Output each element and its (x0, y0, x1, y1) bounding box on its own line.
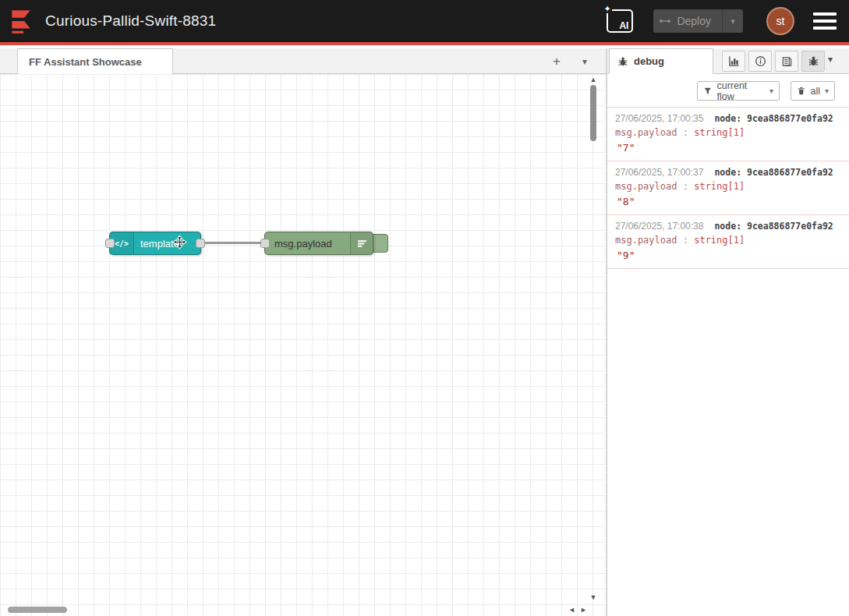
chevron-down-icon: ▾ (828, 54, 833, 65)
debug-node-label: msg.payload (265, 232, 350, 254)
message-path: msg.payload : string[1] (615, 235, 841, 246)
message-value: "8" (615, 196, 841, 207)
trash-icon (797, 86, 805, 96)
scroll-down-arrow[interactable]: ▼ (586, 593, 600, 601)
add-flow-button[interactable]: + (546, 51, 568, 71)
message-value: "7" (615, 142, 841, 154)
app-logo (8, 7, 36, 35)
flow-tab[interactable]: FF Assistant Showcase (17, 48, 173, 74)
bar-chart-icon (728, 55, 740, 67)
filter-label: current flow (716, 80, 765, 102)
scroll-left-arrow[interactable]: ◄ (568, 606, 575, 614)
deploy-button[interactable]: Deploy ▾ (653, 9, 743, 33)
debug-message[interactable]: 27/06/2025, 17:00:35 node: 9cea886877e0f… (607, 107, 849, 161)
bug-icon (617, 56, 628, 67)
menu-bar (813, 12, 837, 16)
plus-icon: + (553, 54, 561, 69)
debug-clear-dropdown[interactable]: all ▾ (791, 81, 835, 101)
book-icon (781, 55, 793, 67)
chevron-down-icon: ▾ (730, 16, 735, 27)
message-property: msg.payload (615, 127, 677, 138)
info-icon (755, 55, 766, 67)
scroll-up-arrow[interactable]: ▲ (586, 76, 600, 83)
sidebar-tabs-menu-button[interactable]: ▾ (828, 54, 833, 65)
wire-template-to-debug[interactable] (201, 242, 265, 244)
output-port[interactable] (196, 239, 205, 248)
deploy-options-caret[interactable]: ▾ (722, 9, 743, 33)
triangle-right-icon: ► (580, 606, 587, 614)
bug-icon (808, 55, 819, 67)
vertical-scroll-thumb[interactable] (590, 85, 596, 141)
triangle-down-icon: ▼ (590, 593, 597, 601)
chevron-down-icon: ▾ (769, 87, 773, 95)
canvas-vertical-scrollbar[interactable]: ▲ ▼ (586, 74, 600, 604)
app-header: Curious-Pallid-Swift-8831 ✦ AI Deploy ▾ … (0, 0, 849, 45)
debug-message[interactable]: 27/06/2025, 17:00:37 node: 9cea886877e0f… (607, 161, 849, 215)
clear-label: all (810, 86, 820, 97)
node-red-editor: Curious-Pallid-Swift-8831 ✦ AI Deploy ▾ … (0, 0, 849, 616)
deploy-label: Deploy (677, 15, 722, 27)
sidebar-tab-label: debug (634, 55, 664, 67)
input-port[interactable] (105, 239, 115, 248)
message-node-id: node: 9cea886877e0fa92 (714, 221, 833, 232)
flow-list-button[interactable]: ▾ (574, 51, 596, 71)
instance-title: Curious-Pallid-Swift-8831 (45, 12, 216, 30)
debug-node[interactable]: msg.payload (264, 232, 373, 255)
path-separator: : (683, 235, 688, 246)
chevron-down-icon: ▾ (825, 87, 829, 95)
scroll-right-arrow[interactable]: ► (580, 606, 587, 614)
message-property: msg.payload (615, 235, 677, 246)
sidebar-tab-dashboard[interactable] (722, 51, 745, 72)
debug-filter-dropdown[interactable]: current flow ▾ (697, 81, 780, 101)
message-meta: 27/06/2025, 17:00:35 node: 9cea886877e0f… (615, 113, 841, 124)
triangle-left-icon: ◄ (568, 606, 575, 614)
sidebar-tab-debug-icon[interactable] (801, 51, 825, 72)
debug-message-list: 27/06/2025, 17:00:35 node: 9cea886877e0f… (607, 107, 849, 269)
sidebar-tab-strip: debug ▾ (607, 48, 849, 74)
flow-tab-label: FF Assistant Showcase (29, 56, 142, 68)
message-property: msg.payload (615, 181, 677, 192)
menu-bar (813, 19, 837, 23)
message-path: msg.payload : string[1] (615, 181, 841, 192)
flow-canvas[interactable]: </> template msg.payload (0, 74, 606, 616)
workspace-tabbar: FF Assistant Showcase + ▾ (0, 48, 606, 74)
message-timestamp: 27/06/2025, 17:00:37 (615, 167, 703, 178)
ai-button-label: AI (619, 21, 628, 30)
template-node-label: template (134, 232, 200, 254)
debug-message[interactable]: 27/06/2025, 17:00:38 node: 9cea886877e0f… (607, 215, 849, 269)
avatar-initials: st (776, 15, 785, 27)
input-port[interactable] (260, 239, 270, 248)
sidebar: debug ▾ current flow ▾ all (607, 48, 849, 616)
message-value: "9" (615, 250, 841, 261)
message-node-id: node: 9cea886877e0fa92 (714, 113, 833, 124)
path-separator: : (683, 127, 688, 138)
canvas-horizontal-scrollbar[interactable]: ◄ ► (0, 604, 590, 616)
path-separator: : (683, 181, 688, 192)
funnel-icon (703, 87, 712, 96)
sidebar-tab-info[interactable] (748, 51, 772, 72)
triangle-up-icon: ▲ (590, 76, 597, 83)
menu-bar (813, 27, 837, 30)
message-node-id: node: 9cea886877e0fa92 (714, 167, 833, 178)
message-path: msg.payload : string[1] (615, 127, 841, 138)
message-meta: 27/06/2025, 17:00:38 node: 9cea886877e0f… (615, 221, 841, 232)
message-timestamp: 27/06/2025, 17:00:38 (615, 221, 703, 232)
message-type: string[1] (694, 235, 745, 246)
chevron-down-icon: ▾ (582, 56, 587, 67)
ai-assistant-button[interactable]: ✦ AI (607, 9, 633, 33)
debug-enable-toggle[interactable] (371, 234, 388, 253)
user-avatar[interactable]: st (766, 7, 794, 35)
message-meta: 27/06/2025, 17:00:37 node: 9cea886877e0f… (615, 167, 841, 178)
template-node[interactable]: </> template (109, 232, 201, 255)
sidebar-tab-context[interactable] (775, 51, 798, 72)
sparkle-icon: ✦ (603, 5, 611, 13)
debug-node-icon (350, 232, 373, 254)
main-menu-button[interactable] (813, 12, 837, 30)
code-glyph: </> (115, 239, 129, 248)
horizontal-scroll-thumb[interactable] (8, 607, 67, 613)
message-timestamp: 27/06/2025, 17:00:35 (615, 113, 703, 124)
deploy-icon (653, 15, 677, 27)
message-type: string[1] (694, 181, 745, 192)
sidebar-tab-debug[interactable]: debug (609, 48, 713, 74)
message-type: string[1] (694, 127, 745, 138)
